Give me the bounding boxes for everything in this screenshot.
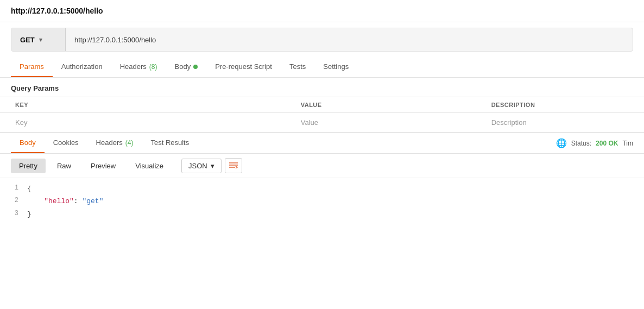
visualize-button[interactable]: Visualize bbox=[127, 159, 172, 173]
url-input[interactable] bbox=[66, 36, 633, 44]
col-checkbox bbox=[0, 97, 9, 113]
response-tabs-row: Body Cookies Headers (4) Test Results 🌐 … bbox=[0, 133, 644, 154]
response-tab-body[interactable]: Body bbox=[11, 133, 45, 153]
response-tab-cookies[interactable]: Cookies bbox=[45, 133, 87, 153]
top-url-label: http://127.0.0.1:5000/hello bbox=[11, 7, 103, 15]
request-bar: GET ▾ bbox=[11, 28, 633, 52]
format-select-value: JSON bbox=[188, 162, 207, 170]
params-table: KEY VALUE DESCRIPTION Key Value Descript… bbox=[0, 97, 644, 133]
body-dot bbox=[193, 65, 198, 69]
tab-pre-request-script[interactable]: Pre-request Script bbox=[206, 57, 281, 77]
col-value-header: VALUE bbox=[294, 97, 485, 113]
query-params-header: Query Params bbox=[0, 78, 644, 97]
headers-badge: (8) bbox=[149, 63, 157, 71]
desc-placeholder[interactable]: Description bbox=[485, 113, 644, 133]
code-line-3: 3 } bbox=[0, 208, 644, 220]
tab-authorization[interactable]: Authorization bbox=[53, 57, 111, 77]
tab-headers[interactable]: Headers (8) bbox=[111, 57, 166, 77]
method-chevron-icon: ▾ bbox=[39, 36, 42, 43]
code-line-1: 1 { bbox=[0, 182, 644, 195]
wrap-lines-icon bbox=[229, 162, 238, 169]
line-content-3: } bbox=[27, 208, 644, 220]
status-value: 200 OK bbox=[596, 140, 618, 147]
tab-tests[interactable]: Tests bbox=[281, 57, 314, 77]
method-selector[interactable]: GET ▾ bbox=[11, 28, 66, 51]
time-label: Tim bbox=[622, 140, 633, 147]
response-tab-headers[interactable]: Headers (4) bbox=[87, 133, 142, 153]
response-headers-badge: (4) bbox=[125, 139, 134, 147]
line-num-3: 3 bbox=[0, 208, 27, 220]
table-row: Key Value Description bbox=[0, 113, 644, 133]
format-chevron-icon: ▾ bbox=[211, 162, 214, 170]
col-key-header: KEY bbox=[9, 97, 294, 113]
response-tabs: Body Cookies Headers (4) Test Results bbox=[11, 133, 556, 153]
json-code-viewer: 1 { 2 "hello": "get" 3 } bbox=[0, 178, 644, 225]
col-desc-header: DESCRIPTION bbox=[485, 97, 644, 113]
preview-button[interactable]: Preview bbox=[83, 159, 124, 173]
format-bar: Pretty Raw Preview Visualize JSON ▾ bbox=[0, 154, 644, 178]
key-placeholder[interactable]: Key bbox=[9, 113, 294, 133]
raw-button[interactable]: Raw bbox=[49, 159, 79, 173]
value-placeholder[interactable]: Value bbox=[294, 113, 485, 133]
response-status-area: 🌐 Status: 200 OK Tim bbox=[556, 138, 633, 148]
request-tabs: Params Authorization Headers (8) Body Pr… bbox=[0, 57, 644, 78]
tab-settings[interactable]: Settings bbox=[314, 57, 357, 77]
code-line-2: 2 "hello": "get" bbox=[0, 195, 644, 207]
response-section: Body Cookies Headers (4) Test Results 🌐 … bbox=[0, 133, 644, 225]
row-checkbox bbox=[0, 113, 9, 133]
format-select[interactable]: JSON ▾ bbox=[181, 159, 222, 173]
line-num-1: 1 bbox=[0, 182, 27, 194]
status-label: Status: bbox=[571, 140, 591, 147]
line-content-2: "hello": "get" bbox=[27, 195, 644, 207]
response-tab-test-results[interactable]: Test Results bbox=[142, 133, 198, 153]
line-num-2: 2 bbox=[0, 195, 27, 207]
globe-icon: 🌐 bbox=[556, 138, 567, 148]
top-url-bar: http://127.0.0.1:5000/hello bbox=[0, 0, 644, 22]
tab-params[interactable]: Params bbox=[11, 57, 53, 77]
tab-body[interactable]: Body bbox=[166, 57, 207, 77]
wrap-button[interactable] bbox=[225, 158, 242, 173]
pretty-button[interactable]: Pretty bbox=[11, 159, 46, 173]
line-content-1: { bbox=[27, 182, 644, 195]
method-label: GET bbox=[20, 36, 35, 44]
